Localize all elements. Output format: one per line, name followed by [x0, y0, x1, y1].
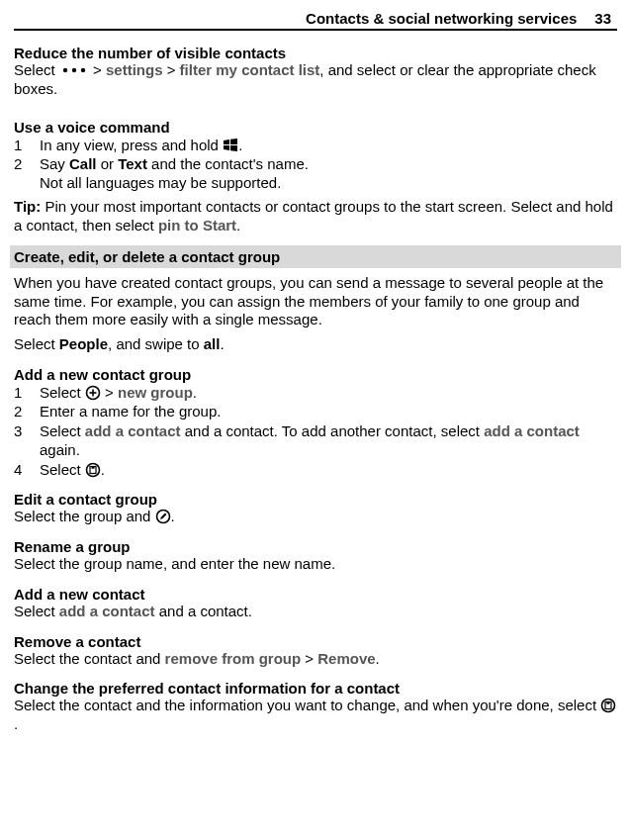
- list-body: Select > new group.: [40, 383, 617, 403]
- header-title: Contacts & social networking services: [306, 10, 577, 27]
- voice-steps: 1 In any view, press and hold . 2 Say Ca…: [14, 136, 617, 174]
- text: remove from group: [165, 650, 302, 667]
- select-people-line: Select People, and swipe to all.: [14, 335, 617, 354]
- list-num: 2: [14, 154, 40, 174]
- section-add-group-title: Add a new contact group: [14, 366, 617, 383]
- text: .: [376, 650, 380, 667]
- text: Select: [40, 384, 85, 401]
- list-body: Say Call or Text and the contact's name.: [40, 154, 617, 174]
- page-root: Contacts & social networking services 33…: [0, 0, 631, 754]
- list-body: In any view, press and hold .: [40, 136, 617, 155]
- edit-pencil-icon: [155, 509, 171, 524]
- rename-body: Select the group name, and enter the new…: [14, 555, 617, 574]
- svg-point-2: [81, 68, 85, 72]
- more-icon: [59, 65, 89, 75]
- page-number: 33: [594, 10, 611, 27]
- text: In any view, press and hold: [40, 137, 223, 153]
- page-header: Contacts & social networking services 33: [14, 10, 617, 31]
- edit-group-body: Select the group and .: [14, 508, 617, 526]
- text: Select: [14, 335, 59, 352]
- list-item: 1 Select > new group.: [14, 383, 617, 403]
- list-num: 1: [14, 383, 40, 403]
- text: again.: [40, 441, 80, 458]
- text: all: [204, 335, 221, 352]
- list-item: 2 Enter a name for the group.: [14, 402, 617, 421]
- windows-icon: [223, 139, 238, 152]
- text: Select the group and: [14, 508, 155, 524]
- section-band-create-edit-delete: Create, edit, or delete a contact group: [10, 245, 621, 268]
- text: filter my contact list: [180, 61, 320, 78]
- list-body: Select .: [40, 460, 617, 480]
- text: Pin your most important contacts or cont…: [14, 198, 613, 233]
- add-group-steps: 1 Select > new group. 2 Enter a name for…: [14, 383, 617, 480]
- text: or: [97, 155, 119, 172]
- list-item: 2 Say Call or Text and the contact's nam…: [14, 154, 617, 174]
- text: Select: [40, 461, 85, 478]
- svg-point-0: [63, 68, 67, 72]
- svg-rect-8: [91, 466, 94, 468]
- text: Select: [40, 422, 85, 439]
- text: Say: [40, 155, 69, 172]
- list-num: 2: [14, 402, 40, 421]
- save-disk-icon: [600, 698, 616, 713]
- create-edit-intro: When you have created contact groups, yo…: [14, 274, 617, 329]
- text: Select: [14, 61, 55, 78]
- text: .: [236, 217, 240, 233]
- list-num: 3: [14, 421, 40, 460]
- list-body: Enter a name for the group.: [40, 402, 617, 421]
- list-item: 4 Select .: [14, 460, 617, 480]
- change-pref-body: Select the contact and the information y…: [14, 697, 617, 734]
- text: add a contact: [59, 603, 155, 619]
- text: Select the contact and: [14, 650, 165, 667]
- list-item: 1 In any view, press and hold .: [14, 136, 617, 155]
- save-disk-icon: [85, 462, 101, 478]
- text: settings: [106, 61, 163, 78]
- text: and a contact. To add another contact, s…: [181, 422, 485, 439]
- list-num: 1: [14, 136, 40, 155]
- section-rename-title: Rename a group: [14, 538, 617, 555]
- text: Call: [69, 155, 97, 172]
- text: add a contact: [484, 422, 580, 439]
- section-add-contact-title: Add a new contact: [14, 586, 617, 603]
- text: pin to Start: [158, 217, 236, 233]
- section-reduce-title: Reduce the number of visible contacts: [14, 45, 617, 61]
- text: and the contact's name.: [147, 155, 309, 172]
- section-reduce-body: Select > settings > filter my contact li…: [14, 61, 617, 99]
- svg-point-10: [602, 700, 615, 712]
- tip-block: Tip: Pin your most important contacts or…: [14, 198, 617, 235]
- list-item: 3 Select add a contact and a contact. To…: [14, 421, 617, 460]
- text: Text: [118, 155, 147, 172]
- list-num: 4: [14, 460, 40, 480]
- remove-body: Select the contact and remove from group…: [14, 650, 617, 669]
- text: new group: [118, 384, 193, 401]
- add-contact-body: Select add a contact and a contact.: [14, 603, 617, 621]
- svg-point-6: [86, 463, 99, 476]
- text: , and swipe to: [108, 335, 204, 352]
- voice-note: Not all languages may be supported.: [40, 174, 617, 193]
- text: and a contact.: [155, 603, 252, 619]
- section-edit-group-title: Edit a contact group: [14, 491, 617, 508]
- svg-rect-12: [607, 702, 610, 704]
- tip-label: Tip:: [14, 198, 41, 215]
- text: .: [220, 335, 224, 352]
- text: add a contact: [85, 422, 181, 439]
- section-voice-title: Use a voice command: [14, 119, 617, 136]
- text: People: [59, 335, 108, 352]
- list-body: Select add a contact and a contact. To a…: [40, 421, 617, 460]
- section-change-pref-title: Change the preferred contact information…: [14, 680, 617, 697]
- text: Select the contact and the information y…: [14, 697, 600, 713]
- svg-point-1: [72, 68, 76, 72]
- plus-circle-icon: [85, 385, 101, 401]
- text: Select: [14, 603, 59, 619]
- section-remove-title: Remove a contact: [14, 633, 617, 650]
- text: Remove: [317, 650, 375, 667]
